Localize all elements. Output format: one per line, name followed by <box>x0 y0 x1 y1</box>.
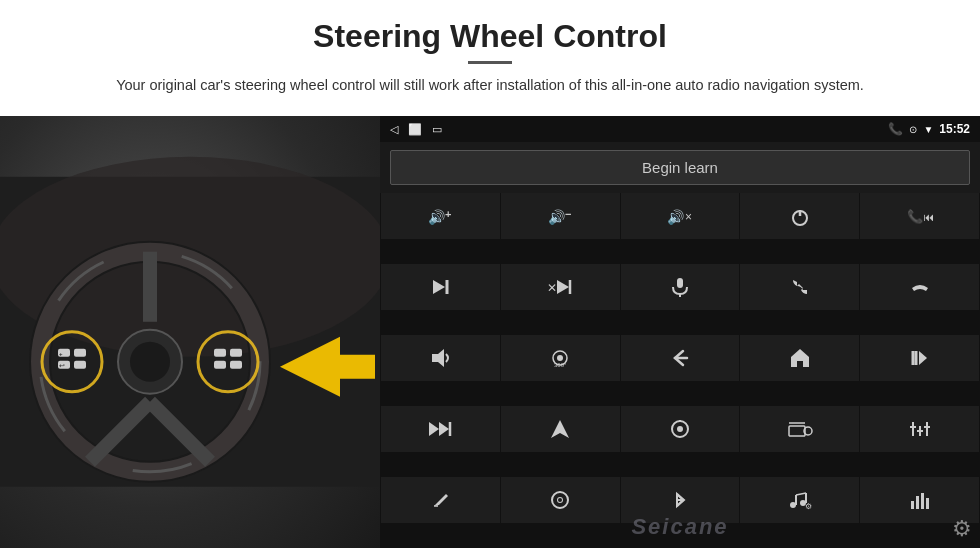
svg-marker-52 <box>551 420 569 438</box>
call-prev-button[interactable]: 📞 ⏮ <box>860 193 979 239</box>
skip-next-button[interactable]: ✕ <box>501 264 620 310</box>
begin-learn-row: Begin learn <box>380 142 980 193</box>
svg-text:⚙: ⚙ <box>805 502 812 511</box>
home-button[interactable] <box>740 335 859 381</box>
speaker-button[interactable] <box>381 335 500 381</box>
page-wrapper: Steering Wheel Control Your original car… <box>0 0 980 548</box>
gear-icon[interactable]: ⚙ <box>952 516 972 542</box>
svg-rect-19 <box>214 361 226 369</box>
svg-rect-81 <box>926 498 929 509</box>
record-button[interactable] <box>381 477 500 523</box>
mute-button[interactable]: 🔊 × <box>621 193 740 239</box>
svg-text:📞: 📞 <box>907 208 924 225</box>
vol-down-button[interactable]: 🔊− <box>501 193 620 239</box>
home-circle-icon: ⬜ <box>408 123 422 136</box>
android-panel: ◁ ⬜ ▭ 📞 ⊙ ▼ 15:52 Begin learn � <box>380 116 980 548</box>
svg-rect-21 <box>230 361 242 369</box>
svg-text:×: × <box>685 210 692 224</box>
call-button[interactable] <box>740 264 859 310</box>
back-button[interactable] <box>621 335 740 381</box>
svg-text:↩: ↩ <box>59 362 65 369</box>
fast-forward-button[interactable] <box>381 406 500 452</box>
cam360-button[interactable]: 360° <box>501 335 620 381</box>
eq-button[interactable] <box>860 406 979 452</box>
svg-text:+: + <box>59 351 63 357</box>
svg-marker-50 <box>439 422 449 436</box>
svg-text:🔊: 🔊 <box>428 209 446 226</box>
status-bar-right: 📞 ⊙ ▼ 15:52 <box>888 122 970 136</box>
subtitle-text: Your original car's steering wheel contr… <box>90 74 890 96</box>
svg-point-68 <box>558 498 562 502</box>
svg-point-42 <box>557 355 563 361</box>
radio-button[interactable] <box>740 406 859 452</box>
svg-marker-36 <box>557 280 569 294</box>
status-bar: ◁ ⬜ ▭ 📞 ⊙ ▼ 15:52 <box>380 116 980 142</box>
svg-rect-79 <box>916 496 919 509</box>
svg-rect-13 <box>74 349 86 357</box>
svg-point-54 <box>677 426 683 432</box>
svg-text:✕: ✕ <box>547 281 557 295</box>
svg-text:⏮: ⏮ <box>923 211 933 223</box>
next-track-button[interactable] <box>381 264 500 310</box>
svg-rect-38 <box>677 278 683 288</box>
svg-marker-40 <box>432 349 444 367</box>
phone-status-icon: 📞 <box>888 122 903 136</box>
content-row: + ↩ ◁ ⬜ ▭ <box>0 116 980 548</box>
status-bar-left: ◁ ⬜ ▭ <box>390 123 442 136</box>
svg-text:−: − <box>565 208 571 220</box>
clock: 15:52 <box>939 122 970 136</box>
settings-button[interactable] <box>501 477 620 523</box>
wifi-icon: ▼ <box>923 124 933 135</box>
nav-button[interactable] <box>501 406 620 452</box>
source-button[interactable] <box>621 406 740 452</box>
controls-grid: 🔊+ 🔊− 🔊 × <box>380 193 980 548</box>
svg-text:+: + <box>445 208 451 220</box>
svg-marker-49 <box>429 422 439 436</box>
mic-button[interactable] <box>621 264 740 310</box>
title-divider <box>468 61 512 64</box>
svg-rect-78 <box>911 501 914 509</box>
svg-text:🔊: 🔊 <box>548 209 566 226</box>
steering-image-panel: + ↩ <box>0 116 380 548</box>
vol-up-button[interactable]: 🔊+ <box>381 193 500 239</box>
steering-wheel-svg: + ↩ <box>0 116 380 548</box>
svg-text:🔊: 🔊 <box>667 209 685 226</box>
svg-rect-56 <box>789 426 805 436</box>
svg-line-76 <box>796 493 806 495</box>
power-button[interactable] <box>740 193 859 239</box>
svg-point-9 <box>130 342 170 382</box>
music-button[interactable]: ⚙ <box>740 477 859 523</box>
begin-learn-button[interactable]: Begin learn <box>390 150 970 185</box>
svg-rect-20 <box>230 349 242 357</box>
page-title: Steering Wheel Control <box>40 18 940 55</box>
bluetooth-button[interactable] <box>621 477 740 523</box>
svg-marker-45 <box>791 349 809 367</box>
svg-rect-18 <box>214 349 226 357</box>
svg-text:360°: 360° <box>554 362 567 368</box>
svg-marker-33 <box>433 280 445 294</box>
location-icon: ⊙ <box>909 124 917 135</box>
svg-rect-14 <box>74 361 86 369</box>
svg-rect-80 <box>921 493 924 509</box>
svg-marker-48 <box>919 351 927 365</box>
header-section: Steering Wheel Control Your original car… <box>0 0 980 106</box>
back-icon: ◁ <box>390 123 398 136</box>
prev-track-button[interactable] <box>860 335 979 381</box>
recents-icon: ▭ <box>432 123 442 136</box>
hang-up-button[interactable] <box>860 264 979 310</box>
